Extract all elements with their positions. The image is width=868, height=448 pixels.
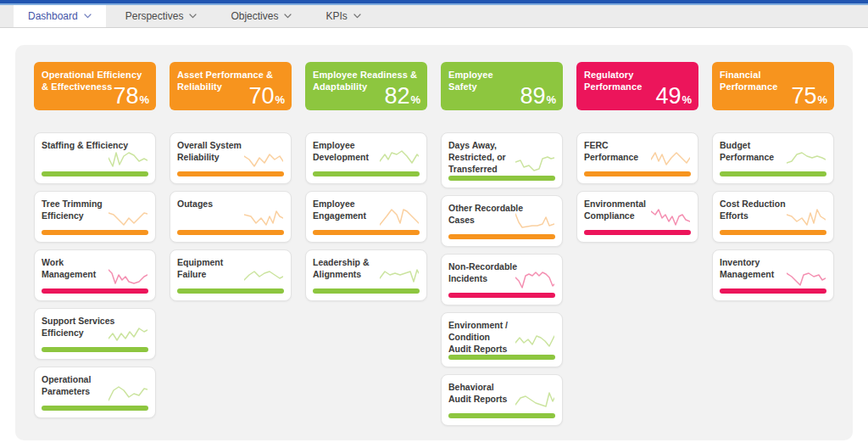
kpi-title: Operational Parameters [42,373,148,397]
perspective-score-unit: % [410,94,420,105]
kpi-status-bar [177,288,284,294]
perspective-score-unit: % [139,94,149,105]
kpi-card-employee[interactable]: Employee Development [305,132,427,184]
perspective-score-number: 49 [655,85,681,108]
kpi-card-tree-trimming[interactable]: Tree Trimming Efficiency [34,191,156,243]
kpi-card-list: Staffing & Efficiency Tree Trimming Effi… [34,132,156,418]
kpi-card-outages[interactable]: Outages [170,191,292,243]
perspective-header-employee-readiness[interactable]: Employee Readiness & Adaptability 82 % [305,62,427,110]
perspective-header-asset-performance[interactable]: Asset Performance & Reliability 70 % [170,62,292,110]
kpi-status-bar [42,406,148,411]
kpi-status-bar [720,171,826,176]
perspective-header-regulatory[interactable]: Regulatory Performance 49 % [576,62,698,110]
perspective-score: 75 % [791,85,827,108]
kpi-title: Inventory Management [720,256,826,280]
kpi-card-list: Days Away, Restricted, or Transferred Ot… [441,132,563,426]
kpi-title: Overall System Reliability [177,139,284,163]
kpi-status-bar [720,288,826,294]
kpi-card-leadership[interactable]: Leadership & Alignments [305,249,427,301]
kpi-title: Employee Engagement [313,198,420,221]
kpi-card-operational[interactable]: Operational Parameters [34,367,156,418]
perspective-column: Employee Readiness & Adaptability 82 % E… [305,62,427,426]
kpi-card-other-recordable[interactable]: Other Recordable Cases [441,195,563,247]
kpi-title: Environment / Condition Audit Reports [448,319,555,356]
perspective-column: Operational Efficiency & Effectiveness 7… [34,62,156,426]
kpi-card-list: Employee Development Employee Engagement… [305,132,427,301]
kpi-status-bar [313,171,420,176]
kpi-title: Budget Performance [720,139,826,163]
perspective-column: Employee Safety 89 % Days Away, Restrict… [441,62,563,426]
perspective-score: 70 % [248,85,285,108]
kpi-card-non-recordable[interactable]: Non-Recordable Incidents [441,254,563,305]
kpi-status-bar [584,171,691,176]
kpi-status-bar [448,413,555,418]
perspective-header-operational-efficiency[interactable]: Operational Efficiency & Effectiveness 7… [34,62,156,110]
tab-dashboard[interactable]: Dashboard [14,5,106,27]
kpi-title: Non-Recordable Incidents [448,260,555,284]
kpi-card-staffing-efficiency[interactable]: Staffing & Efficiency [34,132,156,184]
kpi-title: Days Away, Restricted, or Transferred [448,139,555,176]
kpi-card-days-away[interactable]: Days Away, Restricted, or Transferred [441,132,563,188]
perspective-score-number: 70 [248,85,274,108]
kpi-title: Tree Trimming Efficiency [42,198,148,221]
tab-perspectives[interactable]: Perspectives [111,5,212,27]
kpi-status-bar [584,230,691,235]
scorecard-grid: Operational Efficiency & Effectiveness 7… [34,62,834,426]
kpi-card-inventory[interactable]: Inventory Management [712,249,834,301]
perspective-score-number: 82 [384,85,409,108]
kpi-card-ferc[interactable]: FERC Performance [576,132,698,184]
perspective-score: 89 % [520,85,556,108]
kpi-title: Leadership & Alignments [313,256,420,280]
kpi-title: Outages [177,198,284,210]
perspective-header-employee[interactable]: Employee Safety 89 % [441,62,563,110]
kpi-card-list: Overall System Reliability Outages Equip… [170,132,292,301]
tab-objectives[interactable]: Objectives [216,5,306,27]
kpi-card-employee[interactable]: Employee Engagement [305,191,427,243]
kpi-title: Behavioral Audit Reports [448,381,555,405]
perspective-score-unit: % [546,94,556,105]
perspective-score-unit: % [682,94,692,105]
perspective-column: Regulatory Performance 49 % FERC Perform… [576,62,698,426]
kpi-title: Work Management [42,256,148,280]
kpi-card-environmental[interactable]: Environmental Compliance [576,191,698,243]
kpi-status-bar [177,171,284,176]
tab-label: Perspectives [125,10,184,22]
kpi-status-bar [313,288,420,294]
kpi-card-list: Budget Performance Cost Reduction Effort… [712,132,834,301]
chevron-down-icon [84,14,92,19]
perspective-score: 82 % [384,85,420,108]
kpi-card-budget[interactable]: Budget Performance [712,132,834,184]
kpi-status-bar [42,347,148,352]
kpi-card-cost-reduction[interactable]: Cost Reduction Efforts [712,191,834,243]
kpi-status-bar [42,230,148,235]
kpi-status-bar [448,234,555,239]
kpi-title: Employee Development [313,139,420,163]
kpi-title: Cost Reduction Efforts [720,198,826,221]
perspective-header-financial[interactable]: Financial Performance 75 % [712,62,834,110]
perspective-score-number: 75 [791,85,816,108]
perspective-column: Asset Performance & Reliability 70 % Ove… [170,62,292,426]
chevron-down-icon [189,14,197,19]
dashboard-panel: Operational Efficiency & Effectiveness 7… [15,45,853,440]
kpi-card-overall-system[interactable]: Overall System Reliability [170,132,292,184]
chevron-down-icon [353,14,361,19]
kpi-status-bar [720,230,826,235]
kpi-status-bar [313,230,420,235]
perspective-score: 49 % [655,85,692,108]
chevron-down-icon [284,14,292,19]
kpi-title: Staffing & Efficiency [42,139,148,151]
kpi-title: Support Services Efficiency [42,315,148,339]
kpi-card-environment[interactable]: Environment / Condition Audit Reports [441,312,563,368]
tab-label: Dashboard [28,10,78,22]
kpi-card-support-services[interactable]: Support Services Efficiency [34,308,156,360]
tab-kpis[interactable]: KPIs [311,5,375,27]
kpi-card-list: FERC Performance Environmental Complianc… [576,132,698,243]
tab-label: Objectives [231,10,278,22]
kpi-title: FERC Performance [584,139,691,163]
kpi-card-work[interactable]: Work Management [34,249,156,301]
kpi-card-equipment[interactable]: Equipment Failure [170,249,292,301]
kpi-status-bar [42,171,148,176]
kpi-card-behavioral[interactable]: Behavioral Audit Reports [441,374,563,426]
perspective-column: Financial Performance 75 % Budget Perfor… [712,62,834,426]
kpi-status-bar [177,230,284,235]
